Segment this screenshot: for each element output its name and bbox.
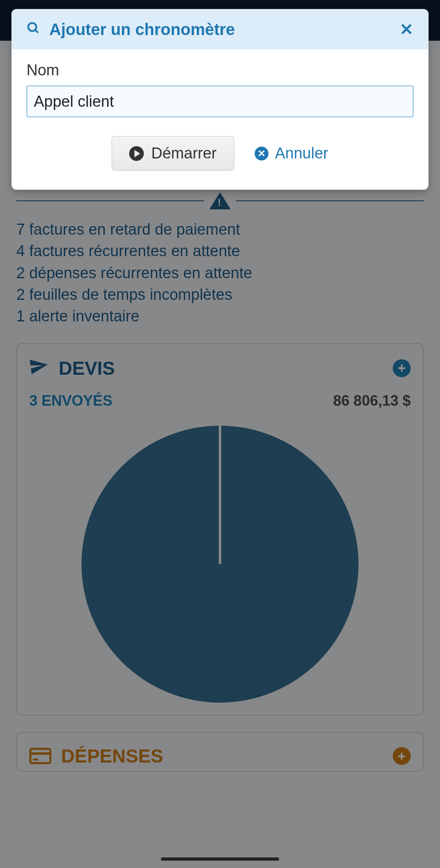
start-button[interactable]: Démarrer xyxy=(112,136,234,171)
cancel-button[interactable]: ✕ Annuler xyxy=(255,145,328,162)
timer-name-input[interactable] xyxy=(26,86,414,117)
add-timer-modal: Ajouter un chronomètre ✕ Nom Démarrer ✕ … xyxy=(11,9,429,190)
name-label: Nom xyxy=(26,62,414,79)
home-indicator xyxy=(161,857,279,861)
svg-point-0 xyxy=(28,23,36,31)
start-label: Démarrer xyxy=(151,145,216,162)
close-icon[interactable]: ✕ xyxy=(400,20,414,39)
cancel-label: Annuler xyxy=(275,145,328,162)
modal-title: Ajouter un chronomètre xyxy=(49,20,235,39)
play-icon xyxy=(129,146,144,161)
cancel-icon: ✕ xyxy=(255,147,268,160)
svg-line-1 xyxy=(35,30,38,33)
search-icon[interactable] xyxy=(26,20,40,39)
